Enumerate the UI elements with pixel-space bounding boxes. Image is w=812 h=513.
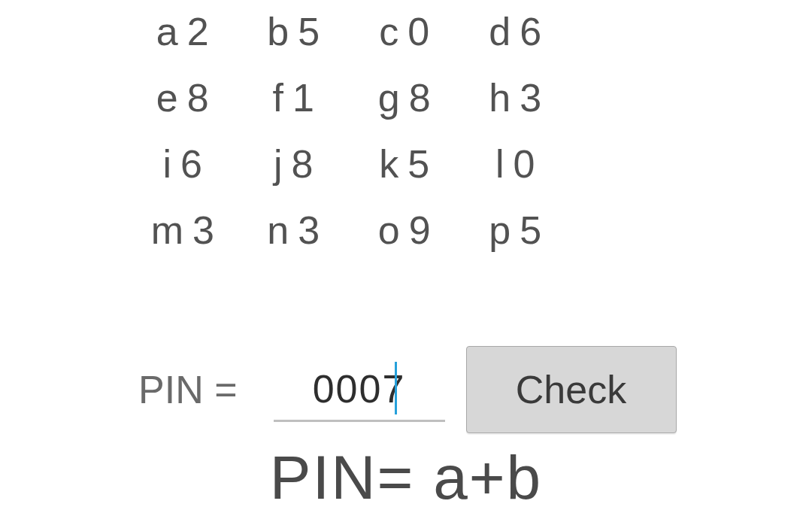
check-button[interactable]: Check <box>466 346 677 433</box>
grid-cell-letter: k <box>379 142 400 186</box>
grid-row: a2 b5 c0 d6 <box>128 9 571 75</box>
pin-grid: a2 b5 c0 d6 e8 f1 g8 h3 i6 j8 k5 l0 m3 n… <box>0 0 571 274</box>
grid-cell-i: i6 <box>128 141 239 187</box>
grid-row: e8 f1 g8 h3 <box>128 75 571 141</box>
grid-cell-value: 3 <box>298 208 321 252</box>
grid-cell-letter: m <box>151 208 185 252</box>
grid-cell-m: m3 <box>128 208 239 253</box>
grid-cell-value: 6 <box>180 142 204 186</box>
grid-cell-e: e8 <box>128 75 239 120</box>
grid-cell-value: 1 <box>292 76 316 120</box>
grid-cell-letter: e <box>156 76 180 120</box>
grid-cell-letter: i <box>163 142 174 186</box>
grid-cell-c: c0 <box>350 9 461 54</box>
grid-cell-value: 3 <box>192 208 216 252</box>
grid-cell-h: h3 <box>461 75 572 120</box>
grid-cell-letter: n <box>267 208 290 252</box>
grid-cell-letter: f <box>273 76 285 120</box>
formula-text: PIN= a+b <box>0 442 812 513</box>
grid-cell-p: p5 <box>461 208 572 253</box>
pin-label: PIN = <box>138 367 238 412</box>
grid-row: m3 n3 o9 p5 <box>128 208 571 274</box>
grid-cell-value: 9 <box>409 208 432 252</box>
grid-cell-j: j8 <box>239 141 350 187</box>
grid-cell-letter: g <box>378 76 401 120</box>
grid-cell-o: o9 <box>350 208 461 253</box>
grid-cell-value: 2 <box>187 10 211 53</box>
grid-cell-value: 5 <box>298 10 321 53</box>
grid-cell-value: 8 <box>292 142 315 186</box>
grid-cell-value: 6 <box>520 10 543 53</box>
grid-row: i6 j8 k5 l0 <box>128 141 571 208</box>
grid-cell-letter: b <box>267 10 290 53</box>
pin-input-value: 0007 <box>313 366 406 411</box>
grid-cell-value: 0 <box>514 142 537 186</box>
grid-cell-b: b5 <box>239 9 350 54</box>
grid-cell-a: a2 <box>128 9 239 54</box>
check-button-label: Check <box>516 367 626 412</box>
grid-cell-letter: l <box>495 142 506 186</box>
grid-cell-letter: c <box>379 10 400 53</box>
grid-cell-letter: a <box>156 10 180 53</box>
grid-cell-n: n3 <box>239 208 350 253</box>
grid-cell-d: d6 <box>461 9 572 54</box>
grid-cell-value: 8 <box>409 76 432 120</box>
grid-cell-value: 0 <box>408 10 431 53</box>
grid-cell-value: 3 <box>520 76 543 120</box>
text-caret <box>395 362 397 414</box>
grid-cell-l: l0 <box>461 141 572 187</box>
grid-cell-k: k5 <box>350 141 461 187</box>
grid-cell-value: 5 <box>408 142 431 186</box>
pin-row: PIN = 0007 Check <box>138 346 812 433</box>
grid-cell-value: 8 <box>187 76 211 120</box>
grid-cell-letter: h <box>489 76 512 120</box>
grid-cell-value: 5 <box>520 208 543 252</box>
grid-cell-letter: j <box>274 142 284 186</box>
grid-cell-g: g8 <box>350 75 461 120</box>
grid-cell-f: f1 <box>239 75 350 120</box>
grid-cell-letter: o <box>378 208 401 252</box>
grid-cell-letter: p <box>489 208 512 252</box>
grid-cell-letter: d <box>489 10 512 53</box>
pin-input[interactable]: 0007 <box>274 357 445 422</box>
